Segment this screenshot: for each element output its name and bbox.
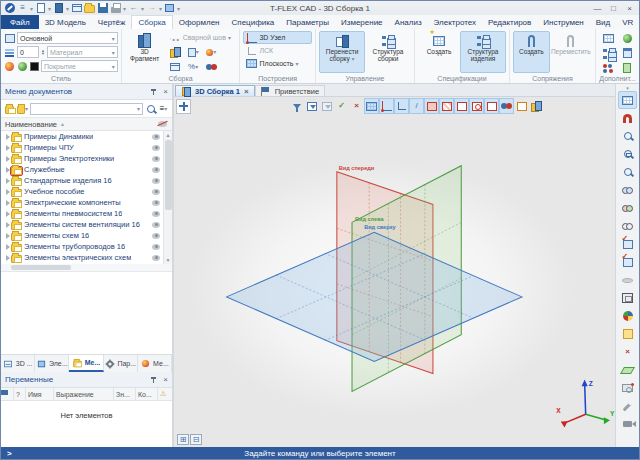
style-select[interactable]: Основной▾ [17, 32, 118, 44]
expand-arrow-icon[interactable] [4, 175, 11, 186]
shading-mode-button[interactable] [618, 307, 637, 325]
variables-column-2[interactable]: Выражение [54, 388, 114, 400]
view-cube-button[interactable] [618, 289, 637, 307]
select-3d-nodes-button[interactable] [394, 98, 409, 114]
tab-файл[interactable]: Файл [1, 15, 39, 29]
tab-инструмен[interactable]: Инструмен [537, 15, 589, 29]
select-surfaces-button[interactable] [439, 98, 454, 114]
search-input[interactable]: ▾ [30, 103, 143, 115]
tab-3d-модель[interactable]: 3D Модель [39, 15, 92, 29]
tree-item[interactable]: Служебные [1, 164, 163, 175]
select-welds-button[interactable] [529, 98, 544, 114]
visibility-eye-icon[interactable] [152, 131, 163, 142]
tree-item[interactable]: Электрические компоненты [1, 197, 163, 208]
dropdown-caret-icon[interactable]: ▾ [177, 5, 180, 12]
export-window-icon[interactable] [170, 62, 181, 73]
visibility-eye-icon[interactable] [152, 175, 163, 186]
expand-arrow-icon[interactable] [4, 186, 11, 197]
visibility-eye-icon[interactable] [152, 241, 163, 252]
display-shaded-button[interactable] [618, 199, 637, 217]
workplane-view-button[interactable] [618, 361, 637, 379]
visibility-all-button[interactable]: ✓ [618, 235, 637, 253]
select-tool-button[interactable] [176, 99, 191, 114]
plane-button[interactable]: Плоскость▾ [243, 57, 312, 70]
color-swatch[interactable] [30, 62, 39, 71]
bom-table-button[interactable] [603, 33, 614, 44]
visibility-eye-icon[interactable] [152, 252, 163, 263]
expand-arrow-icon[interactable] [4, 219, 11, 230]
application-menu-button[interactable]: ≡ [17, 3, 28, 14]
layer-number-input[interactable]: 0 [17, 46, 39, 58]
dropdown-caret-icon[interactable]: ▾ [123, 5, 126, 12]
clear-filter-button[interactable]: × [349, 98, 364, 114]
tab-редактиров[interactable]: Редактиров [482, 15, 537, 29]
tab-3d-assembly[interactable]: 3D Сборка 1 × [175, 85, 255, 96]
move-assembly-button[interactable]: Перенестисборку ▾ [319, 31, 365, 73]
tab-специфика[interactable]: Специфика [226, 15, 281, 29]
display-hidden-lines-button[interactable] [618, 217, 637, 235]
page-split-button[interactable]: ⊟ [190, 434, 202, 445]
expand-arrow-icon[interactable] [4, 131, 11, 142]
variables-flag-column[interactable] [1, 388, 14, 400]
tab-vr[interactable]: VR [616, 15, 639, 29]
save-document-button[interactable] [97, 3, 108, 14]
select-coordinate-systems-button[interactable] [379, 98, 394, 114]
dock-tab-1[interactable]: Эле... [35, 355, 69, 372]
tree-hscrollbar[interactable] [1, 264, 172, 272]
new-3d-document-button[interactable] [53, 3, 64, 14]
visibility-eye-icon[interactable] [152, 186, 163, 197]
tree-item[interactable]: Элементы систем вентиляции 16 [1, 219, 163, 230]
edit-fragment-icon[interactable]: ▾ [188, 47, 199, 58]
dropdown-caret-icon[interactable]: ▾ [159, 5, 162, 12]
variables-column-0[interactable]: ? [14, 388, 26, 400]
variables-column-3[interactable]: Зн... [114, 388, 136, 400]
video-camera-button[interactable] [618, 415, 637, 433]
zoom-all-button[interactable] [618, 163, 637, 181]
3d-node-button[interactable]: 3D Узел [243, 31, 312, 44]
dock-tab-3[interactable]: Пар... [104, 355, 138, 372]
product-structure-button[interactable]: Структураизделия [460, 31, 506, 73]
selection-filter-button[interactable] [289, 98, 304, 114]
close-panel-icon[interactable]: × [163, 375, 168, 384]
documents-column-header[interactable]: Наименование ▲ [1, 118, 172, 131]
visibility-eye-icon[interactable] [152, 219, 163, 230]
select-workplanes-button[interactable] [364, 98, 379, 114]
pin-icon[interactable] [148, 374, 159, 385]
redo-button[interactable]: → [146, 3, 157, 14]
new-folder-icon[interactable] [4, 103, 15, 114]
tab-измерение[interactable]: Измерение [335, 15, 389, 29]
pin-icon[interactable] [148, 86, 159, 97]
section-plane-button[interactable] [618, 271, 637, 289]
tree-scrollbar[interactable]: ▲ ▼ [163, 131, 172, 264]
page-layout-button[interactable]: ⊞ [177, 434, 189, 445]
expand-arrow-icon[interactable] [4, 197, 11, 208]
tree-item[interactable]: Элементы электрических схем [1, 252, 163, 263]
tab-welcome[interactable]: Приветствие [255, 85, 325, 96]
expand-arrow-icon[interactable] [4, 142, 11, 153]
variables-column-4[interactable]: Ко... [136, 388, 158, 400]
expand-arrow-icon[interactable] [4, 208, 11, 219]
calculator-button[interactable] [622, 48, 633, 59]
expand-arrow-icon[interactable] [4, 252, 11, 263]
select-profiles-button[interactable]: / [409, 98, 424, 114]
material-select[interactable]: Материал▾ [47, 46, 118, 58]
parameters-box-button[interactable] [622, 63, 633, 74]
fragments-icon[interactable] [170, 47, 181, 58]
visibility-eye-icon[interactable] [152, 230, 163, 241]
expand-arrow-icon[interactable] [4, 230, 11, 241]
tab-сборка[interactable]: Сборка [131, 15, 172, 29]
filter-by-window-off-button[interactable] [319, 98, 334, 114]
create-specification-button[interactable]: Создать [418, 31, 460, 73]
measure-button[interactable]: × [618, 343, 637, 361]
dock-tab-0[interactable]: 3D ... [1, 355, 35, 372]
window-list-button[interactable] [71, 3, 82, 14]
tab-чертёж[interactable]: Чертёж [92, 15, 132, 29]
select-loops-button[interactable] [469, 98, 484, 114]
visibility-eye-icon[interactable] [152, 164, 163, 175]
tree-item[interactable]: Примеры Электротехники [1, 153, 163, 164]
new-document-button[interactable] [35, 3, 46, 14]
visibility-selected-button[interactable]: ✓ [618, 253, 637, 271]
visibility-eye-icon[interactable] [152, 208, 163, 219]
viewport[interactable]: 3D Сборка 1 × Приветствие ✓×/ [174, 84, 615, 447]
filter-by-window-button[interactable] [304, 98, 319, 114]
